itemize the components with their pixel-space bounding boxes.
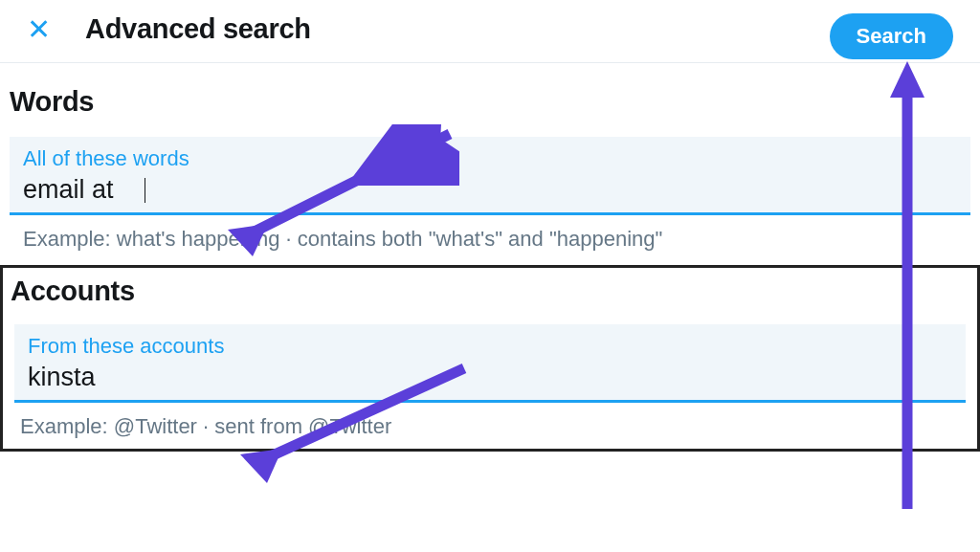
modal-header: ✕ Advanced search Search xyxy=(0,0,980,63)
accounts-section-frame: Accounts From these accounts Example: @T… xyxy=(0,265,980,452)
svg-marker-4 xyxy=(240,449,282,483)
all-words-label: All of these words xyxy=(23,146,957,171)
all-words-field[interactable]: All of these words xyxy=(10,137,970,215)
words-section-title: Words xyxy=(10,63,970,129)
close-icon[interactable]: ✕ xyxy=(27,15,51,44)
from-accounts-hint: Example: @Twitter · sent from @Twitter xyxy=(3,403,977,443)
words-section: Words All of these words Example: what's… xyxy=(0,63,980,255)
from-accounts-input[interactable] xyxy=(28,363,952,392)
text-cursor xyxy=(145,178,145,203)
search-button[interactable]: Search xyxy=(830,13,953,59)
all-words-hint: Example: what's happening · contains bot… xyxy=(10,215,970,255)
accounts-section-title: Accounts xyxy=(3,268,977,317)
all-words-input[interactable] xyxy=(23,175,144,205)
from-accounts-field[interactable]: From these accounts xyxy=(14,324,966,403)
from-accounts-label: From these accounts xyxy=(28,334,952,359)
page-title: Advanced search xyxy=(85,13,311,45)
